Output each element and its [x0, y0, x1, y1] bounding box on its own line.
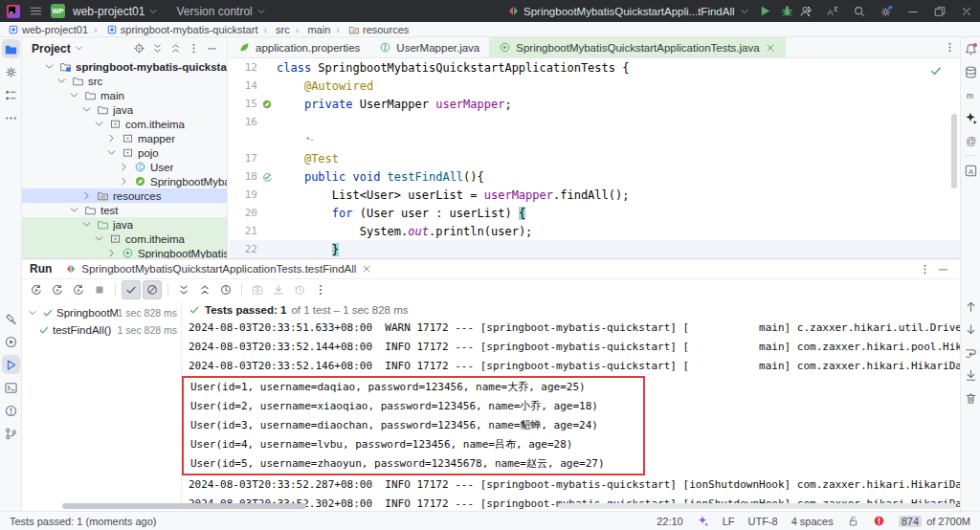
tool-window-button-database[interactable]	[961, 60, 980, 83]
chevron-down-icon[interactable]	[105, 146, 118, 159]
tab-options-icon[interactable]	[939, 37, 960, 57]
breadcrumb-item[interactable]: main	[290, 24, 331, 35]
minimize-icon-button[interactable]	[203, 39, 221, 57]
hide-panel-icon[interactable]	[934, 260, 952, 278]
line-separator[interactable]: LF	[723, 516, 735, 527]
tool-window-button-version-control[interactable]	[0, 422, 22, 445]
more-options-button[interactable]	[311, 280, 330, 299]
close-icon[interactable]	[765, 42, 776, 54]
tool-window-button-run[interactable]	[0, 353, 22, 376]
expand-all-button[interactable]	[174, 280, 193, 299]
tool-window-button-notifications[interactable]	[961, 37, 980, 60]
collapse-all-button[interactable]	[195, 280, 214, 299]
main-menu-icon[interactable]	[29, 4, 43, 18]
tool-window-button-terminal[interactable]	[0, 376, 22, 399]
chevron-down-icon[interactable]	[93, 118, 105, 130]
chevron-down-icon[interactable]	[68, 204, 80, 216]
status-message[interactable]: Tests passed: 1 (moments ago)	[10, 516, 156, 527]
tool-window-button-ai-chat[interactable]: @	[961, 129, 980, 152]
close-icon-button[interactable]	[953, 0, 980, 22]
gear-dot-icon-button[interactable]	[873, 0, 900, 22]
stop-button[interactable]	[90, 280, 109, 299]
chevron-down-icon[interactable]	[80, 218, 93, 231]
show-ignored-button[interactable]	[143, 280, 162, 299]
memory-indicator[interactable]: 874 of 2700M	[899, 516, 970, 527]
test-tree-row[interactable]: SpringbootMybatis1 sec 828 ms	[22, 304, 181, 321]
run-console[interactable]: Tests passed: 1 of 1 test – 1 sec 828 ms…	[181, 301, 960, 511]
chevron-down-icon[interactable]	[56, 75, 68, 87]
console-control-soft-wrap[interactable]	[961, 341, 980, 364]
tool-window-button-problems[interactable]	[0, 399, 22, 422]
tool-window-button-services[interactable]	[0, 330, 22, 353]
tool-window-button-maven[interactable]: m	[961, 83, 980, 106]
spring-bean-gutter-icon[interactable]	[261, 99, 273, 110]
run-panel-title[interactable]: Run	[30, 262, 52, 276]
tree-item[interactable]: resources	[22, 188, 227, 203]
editor-tab[interactable]: UserMapper.java	[369, 37, 489, 57]
run-button[interactable]	[758, 4, 772, 18]
chevron-right-icon[interactable]	[105, 132, 118, 144]
user-plus-icon-button[interactable]	[792, 0, 819, 22]
screenshot-button[interactable]	[248, 280, 267, 299]
chevron-down-icon[interactable]	[93, 232, 105, 245]
search-icon-button[interactable]	[846, 0, 873, 22]
collapse-all-icon-button[interactable]	[167, 39, 185, 57]
tool-window-button-ai-assistant[interactable]	[961, 106, 980, 129]
tree-item[interactable]: src	[22, 74, 227, 88]
scrollbar-track[interactable]	[558, 503, 956, 509]
tree-item[interactable]: SpringbootMybatisQuickst	[22, 246, 227, 258]
error-indicator[interactable]	[873, 515, 885, 527]
breadcrumb-item[interactable]: resources	[330, 24, 409, 35]
tool-window-button-project[interactable]	[0, 37, 22, 60]
breadcrumb-item[interactable]: src	[257, 24, 289, 35]
rerun-button[interactable]	[27, 280, 46, 299]
vcs-widget[interactable]: Version control	[176, 5, 266, 18]
console-control-scroll-to-end[interactable]	[961, 364, 980, 386]
translate-icon-button[interactable]: A	[819, 0, 846, 22]
run-configuration-widget[interactable]: SpringbootMybatisQuickstartAppli...tFind…	[507, 5, 750, 17]
chevron-right-icon[interactable]	[118, 175, 130, 188]
chevron-down-icon[interactable]	[80, 103, 93, 116]
chevron-down-icon[interactable]	[68, 89, 80, 101]
sort-by-duration-button[interactable]	[216, 280, 235, 299]
export-test-results-button[interactable]	[269, 280, 288, 299]
tool-window-button-more-tool-windows[interactable]	[0, 106, 22, 129]
clock[interactable]: 22:10	[657, 516, 683, 527]
tree-item[interactable]: main	[22, 88, 227, 102]
tree-item[interactable]: springboot-mybatis-quickstart	[22, 59, 227, 74]
tree-item[interactable]: com.itheima	[22, 232, 227, 246]
chevron-down-icon[interactable]	[27, 307, 38, 319]
file-encoding[interactable]: UTF-8	[748, 516, 778, 527]
tool-window-button-translation[interactable]: A	[961, 159, 980, 182]
tree-item[interactable]: java	[22, 217, 227, 232]
indent-style[interactable]: 4 spaces	[791, 516, 834, 527]
horizontal-scrollbar-thumb[interactable]	[62, 503, 306, 509]
editor-tab[interactable]: application.properties	[229, 37, 369, 57]
editor-tab[interactable]: SpringbootMybatisQuickstartApplicationTe…	[489, 37, 785, 57]
project-switcher[interactable]: web-project01	[73, 5, 159, 18]
console-control-clear-console[interactable]	[961, 386, 980, 409]
locate-icon-button[interactable]	[130, 39, 148, 57]
run-panel-options-icon[interactable]	[916, 260, 934, 278]
ai-inlay-hint[interactable]	[304, 135, 315, 145]
chevron-down-icon[interactable]	[43, 60, 56, 73]
editor-scrollbar[interactable]	[951, 114, 957, 188]
chevron-right-icon[interactable]	[118, 161, 130, 173]
expand-all-icon-button[interactable]	[148, 39, 167, 57]
chevron-right-icon[interactable]	[80, 189, 93, 202]
test-tree-row[interactable]: testFindAll()1 sec 828 ms	[22, 321, 181, 339]
breadcrumb-item[interactable]: web-project01	[8, 24, 88, 35]
readonly-toggle[interactable]	[847, 515, 859, 527]
ai-assistant-status[interactable]	[697, 515, 709, 527]
tool-window-button-settings[interactable]	[0, 60, 22, 83]
console-control-prev-occurrence[interactable]	[961, 295, 980, 318]
tree-item[interactable]: pojo	[22, 145, 227, 160]
run-test-gutter-icon[interactable]	[261, 171, 273, 183]
kebab-icon-button[interactable]	[185, 39, 203, 57]
tree-item[interactable]: SpringbootMybatisQuickst	[22, 174, 227, 188]
close-icon[interactable]	[361, 263, 372, 275]
chevron-right-icon[interactable]	[105, 247, 118, 258]
inspections-ok-icon[interactable]	[929, 64, 943, 77]
tree-item[interactable]: java	[22, 102, 227, 117]
rerun-failed-tests-button[interactable]	[48, 280, 67, 299]
